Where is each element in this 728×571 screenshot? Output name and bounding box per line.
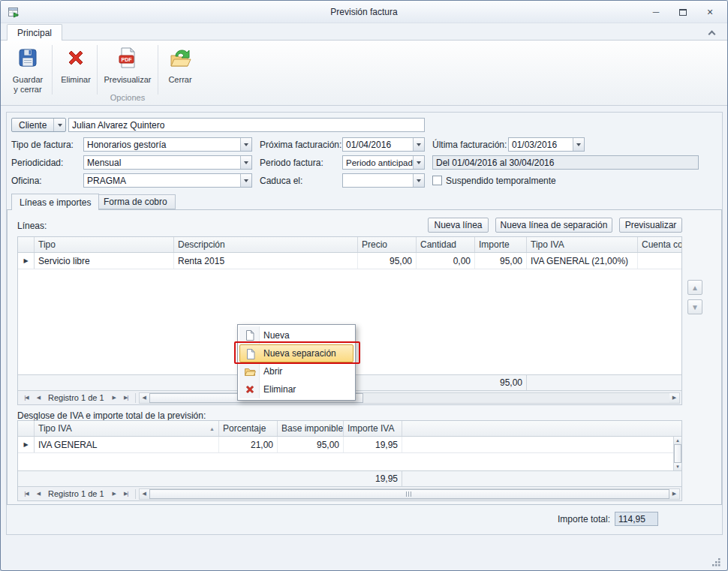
horizontal-scrollbar[interactable]: ◀ ▶ <box>139 488 680 500</box>
dropdown-icon[interactable] <box>240 174 251 187</box>
minimize-icon[interactable]: ─ <box>649 6 663 18</box>
dropdown-icon[interactable] <box>413 138 424 151</box>
cerrar-button[interactable]: Cerrar <box>161 43 199 101</box>
periodicidad-label: Periodicidad: <box>11 155 63 170</box>
horizontal-scrollbar[interactable]: ◀ ▶ <box>139 392 680 404</box>
tab-principal[interactable]: Principal <box>7 24 62 41</box>
dropdown-icon[interactable] <box>240 138 251 151</box>
tab-lineas-e-importes[interactable]: Líneas e importes <box>11 194 99 210</box>
column-header-porcentaje[interactable]: Porcentaje <box>219 421 278 436</box>
cell-importe-iva: 19,95 <box>344 437 402 452</box>
cell-filler <box>402 437 673 452</box>
footer-importe-iva-total: 19,95 <box>344 471 402 486</box>
oficina-select[interactable]: PRAGMA <box>83 173 252 188</box>
table-row[interactable]: ▶ Servicio libre Renta 2015 95,00 0,00 9… <box>18 253 681 269</box>
nav-last-icon[interactable]: ▶| <box>120 488 132 499</box>
header-indicator-cell <box>18 421 35 436</box>
arrow-down-icon: ▼ <box>691 303 699 311</box>
scrollbar-track[interactable] <box>149 393 669 403</box>
eliminar-button[interactable]: Eliminar <box>56 43 95 101</box>
move-line-down-button[interactable]: ▼ <box>687 299 702 314</box>
nav-last-icon[interactable]: ▶| <box>120 392 132 403</box>
resize-grip[interactable] <box>711 557 721 570</box>
tab-forma-de-cobro[interactable]: Forma de cobro <box>95 194 176 209</box>
cliente-input[interactable]: Julian Alvarez Quintero <box>68 118 425 132</box>
scrollbar-track[interactable] <box>149 489 669 499</box>
record-navigator: |◀ ◀ Registro 1 de 1 ▶ ▶| ◀ ▶ <box>18 486 681 500</box>
ultima-facturacion-date[interactable]: 01/03/2016 <box>508 137 585 152</box>
previsualizar-lineas-button[interactable]: Previsualizar <box>619 218 682 233</box>
ribbon-separator <box>52 45 53 95</box>
navigator-separator <box>135 489 136 499</box>
scrollbar-thumb[interactable] <box>149 489 669 499</box>
nav-prev-icon[interactable]: ◀ <box>32 488 44 499</box>
column-header-precio[interactable]: Precio <box>358 237 417 252</box>
table-row[interactable]: ▶ IVA GENERAL 21,00 95,00 19,95 <box>18 437 673 453</box>
move-line-up-button[interactable]: ▲ <box>687 280 702 295</box>
menu-item-nueva[interactable]: Nueva <box>239 326 353 344</box>
ultima-facturacion-label: Última facturación: <box>432 137 507 152</box>
dropdown-icon[interactable] <box>413 174 424 187</box>
dropdown-icon[interactable] <box>240 156 251 169</box>
scrollbar-thumb[interactable] <box>674 444 681 463</box>
menu-item-nueva-separacion[interactable]: Nueva separación <box>239 344 353 362</box>
periodo-factura-label: Periodo factura: <box>260 155 323 170</box>
dropdown-icon[interactable] <box>54 119 65 131</box>
cell-precio: 95,00 <box>358 253 417 269</box>
ribbon-separator <box>158 45 158 95</box>
caduca-el-date[interactable] <box>342 173 425 188</box>
grid-header-row: Tipo IVA ▲ Porcentaje Base imponible Imp… <box>18 421 681 437</box>
scroll-left-icon[interactable]: ◀ <box>140 393 149 403</box>
nav-first-icon[interactable]: |◀ <box>20 392 32 403</box>
guardar-y-cerrar-button[interactable]: Guardar y cerrar <box>7 43 49 101</box>
column-header-tipo[interactable]: Tipo <box>35 237 174 252</box>
dropdown-icon[interactable] <box>413 156 424 169</box>
previsiones-window: Previsión factura ─ × Principal G <box>0 0 728 571</box>
collapse-ribbon-icon[interactable] <box>705 27 718 38</box>
column-header-cantidad[interactable]: Cantidad <box>417 237 475 252</box>
cell-tipo-iva: IVA GENERAL <box>35 437 219 452</box>
vertical-scrollbar[interactable]: ▲ ▼ <box>673 437 681 470</box>
column-header-tipo-iva[interactable]: Tipo IVA ▲ <box>35 421 219 436</box>
scroll-right-icon[interactable]: ▶ <box>669 393 679 403</box>
cliente-button[interactable]: Cliente <box>11 118 66 132</box>
menu-item-eliminar[interactable]: Eliminar <box>239 380 353 398</box>
sort-ascending-icon: ▲ <box>209 426 215 431</box>
ribbon-group-label: Opciones <box>97 93 158 102</box>
footer-importe-total: 95,00 <box>475 375 527 390</box>
nueva-linea-separacion-button[interactable]: Nueva línea de separación <box>495 218 612 233</box>
nav-prev-icon[interactable]: ◀ <box>32 392 44 403</box>
importe-total-field: 114,95 <box>615 512 658 526</box>
nav-next-icon[interactable]: ▶ <box>108 488 120 499</box>
close-icon[interactable]: × <box>703 6 717 18</box>
lineas-section-label: Líneas: <box>17 218 47 233</box>
new-doc-icon <box>244 329 256 344</box>
nav-first-icon[interactable]: |◀ <box>20 488 32 499</box>
scroll-down-icon[interactable]: ▼ <box>674 463 681 470</box>
nav-next-icon[interactable]: ▶ <box>108 392 120 403</box>
menu-item-abrir[interactable]: Abrir <box>239 362 353 380</box>
tipo-factura-select[interactable]: Honorarios gestoría <box>83 137 252 152</box>
scroll-right-icon[interactable]: ▶ <box>669 489 679 499</box>
dropdown-icon[interactable] <box>573 138 584 151</box>
column-header-tipo-iva[interactable]: Tipo IVA <box>527 237 638 252</box>
column-header-base-imponible[interactable]: Base imponible <box>278 421 344 436</box>
grid-footer: 19,95 <box>18 470 681 486</box>
suspendido-checkbox[interactable] <box>432 176 442 185</box>
ribbon: Guardar y cerrar Eliminar PDF Previsuali <box>1 40 727 106</box>
maximize-icon[interactable] <box>676 6 690 18</box>
column-header-importe[interactable]: Importe <box>475 237 527 252</box>
scrollbar-track[interactable] <box>674 444 681 463</box>
titlebar[interactable]: Previsión factura ─ × <box>1 1 727 23</box>
nueva-linea-button[interactable]: Nueva línea <box>428 218 489 233</box>
column-header-importe-iva[interactable]: Importe IVA <box>344 421 402 436</box>
column-header-cuenta-contable[interactable]: Cuenta con <box>638 237 681 252</box>
cell-porcentaje: 21,00 <box>219 437 278 452</box>
column-header-descripcion[interactable]: Descripción <box>174 237 358 252</box>
scroll-up-icon[interactable]: ▲ <box>674 437 681 444</box>
grid-header-row: Tipo Descripción Precio Cantidad Importe… <box>18 237 681 253</box>
proxima-facturacion-date[interactable]: 01/04/2016 <box>342 137 425 152</box>
periodo-factura-select[interactable]: Periodo anticipado <box>342 155 425 170</box>
scroll-left-icon[interactable]: ◀ <box>140 489 149 499</box>
periodicidad-select[interactable]: Mensual <box>83 155 252 170</box>
